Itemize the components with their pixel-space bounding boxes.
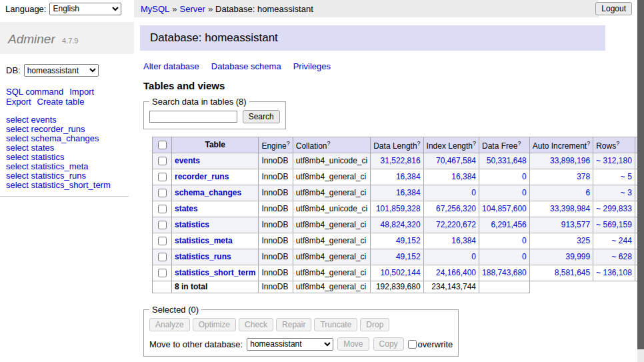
cell-table: events <box>172 153 259 169</box>
cell-index-length: 16,384 <box>423 233 479 249</box>
table-link-statistics[interactable]: statistics <box>175 220 209 229</box>
cell-collation: utf8mb4_general_ci <box>293 233 370 249</box>
logout-button[interactable]: Logout <box>595 2 632 15</box>
table-link-statistics-meta[interactable]: statistics_meta <box>175 236 233 245</box>
breadcrumb-separator: » <box>172 4 177 14</box>
scrollbar[interactable] <box>637 0 644 362</box>
scrollbar-thumb[interactable] <box>637 0 644 349</box>
row-select-cell <box>153 153 172 169</box>
overwrite-checkbox[interactable] <box>408 340 417 349</box>
link-privileges[interactable]: Privileges <box>293 61 331 71</box>
selected-check-button[interactable]: Check <box>239 318 273 331</box>
table-link-statistics-runs[interactable]: statistics_runs <box>175 252 231 261</box>
sidebar-select-states[interactable]: select states <box>6 143 134 152</box>
select-all-checkbox[interactable] <box>158 141 167 149</box>
sidebar-select-schema-changes[interactable]: select schema_changes <box>6 134 134 143</box>
cell-index-length: 0 <box>423 249 479 265</box>
cell-collation: utf8mb4_general_ci <box>293 169 370 185</box>
sidebar-link-create-table[interactable]: Create table <box>37 97 85 107</box>
sidebar-select-recorder-runs[interactable]: select recorder_runs <box>6 125 134 133</box>
row-checkbox-statistics-runs[interactable] <box>158 253 167 261</box>
row-checkbox-statistics-meta[interactable] <box>158 237 167 245</box>
page: Language: English MySQL»Server»Database:… <box>0 0 637 362</box>
link-database-schema[interactable]: Database schema <box>211 61 281 71</box>
cell-table: statistics_runs <box>172 249 259 265</box>
row-checkbox-states[interactable] <box>158 205 167 213</box>
cell-data-free: 0 <box>479 233 530 249</box>
column-header-label: Collation <box>296 141 327 151</box>
column-header-label: Auto Increment <box>533 141 587 151</box>
column-help-data-length[interactable]: ? <box>417 140 421 147</box>
link-alter-database[interactable]: Alter database <box>143 61 199 71</box>
search-input[interactable] <box>149 111 237 123</box>
cell-index-length: 67,256,320 <box>423 201 479 217</box>
column-help-rows[interactable]: ? <box>616 140 619 147</box>
cell-data-free: 104,857,600 <box>479 201 530 217</box>
column-help-index-length[interactable]: ? <box>473 140 476 147</box>
cell-rows: ~ 299,833 <box>593 201 635 217</box>
column-help-collation[interactable]: ? <box>327 140 330 147</box>
main-body: Alter databaseDatabase schemaPrivileges … <box>140 61 605 362</box>
row-checkbox-recorder-runs[interactable] <box>158 173 167 181</box>
cell-rows: ~ 569,159 <box>593 217 635 233</box>
language-select[interactable]: English <box>49 3 121 15</box>
column-header-data-free: Data Free? <box>479 137 530 153</box>
sidebar-select-statistics-short-term[interactable]: select statistics_short_term <box>6 181 134 189</box>
cell-index-length: 70,467,584 <box>423 153 479 169</box>
table-link-recorder-runs[interactable]: recorder_runs <box>175 172 229 181</box>
sidebar-link-import[interactable]: Import <box>69 87 94 97</box>
table-row: statesInnoDButf8mb4_unicode_ci101,859,32… <box>153 201 644 217</box>
table-row: statisticsInnoDButf8mb4_general_ci48,824… <box>153 217 644 233</box>
cell-collation: utf8mb4_general_ci <box>293 185 370 201</box>
tables-heading: Tables and views <box>143 80 605 91</box>
selected-optimize-button[interactable]: Optimize <box>193 318 236 331</box>
cell-table: schema_changes <box>172 185 259 201</box>
table-row: statistics_runsInnoDButf8mb4_general_ci4… <box>153 249 644 265</box>
cell-auto-increment: 39,999 <box>529 249 593 265</box>
column-header-engine: Engine? <box>259 137 293 153</box>
column-help-engine[interactable]: ? <box>287 140 290 147</box>
cell-data-length: 101,859,328 <box>371 201 423 217</box>
search-button[interactable]: Search <box>243 110 280 123</box>
row-checkbox-events[interactable] <box>158 157 167 165</box>
db-selector-row: DB: homeassistant <box>6 64 134 77</box>
sidebar-select-statistics-runs[interactable]: select statistics_runs <box>6 171 134 180</box>
sidebar-link-export[interactable]: Export <box>6 97 31 107</box>
cell-collation: utf8mb4_unicode_ci <box>293 201 370 217</box>
cell-data-free: 50,331,648 <box>479 153 530 169</box>
cell-rows: ~ 312,180 <box>593 153 635 169</box>
move-button[interactable]: Move <box>337 337 369 351</box>
table-link-events[interactable]: events <box>175 156 200 165</box>
app-name[interactable]: Adminer <box>8 32 55 46</box>
selected-drop-button[interactable]: Drop <box>360 318 389 331</box>
table-link-schema-changes[interactable]: schema_changes <box>175 188 241 197</box>
copy-button[interactable]: Copy <box>373 337 404 351</box>
column-help-auto-increment[interactable]: ? <box>587 140 590 147</box>
selected-legend: Selected (0) <box>149 305 201 315</box>
selected-analyze-button[interactable]: Analyze <box>149 318 190 331</box>
overwrite-option: overwrite <box>408 339 453 349</box>
row-checkbox-schema-changes[interactable] <box>158 189 167 197</box>
sidebar-select-events[interactable]: select events <box>6 115 134 124</box>
sidebar-select-statistics-meta[interactable]: select statistics_meta <box>6 162 134 171</box>
sidebar-select-statistics[interactable]: select statistics <box>6 153 134 161</box>
cell-data-free: 0 <box>479 169 530 185</box>
cell-data-length: 16,384 <box>371 185 423 201</box>
cell-data-length: 31,522,816 <box>371 153 423 169</box>
row-checkbox-statistics-short-term[interactable] <box>158 269 167 277</box>
table-link-states[interactable]: states <box>175 204 198 213</box>
sidebar-action-links: SQL commandImportExportCreate table <box>6 87 134 107</box>
selected-repair-button[interactable]: Repair <box>276 318 311 331</box>
move-db-select[interactable]: homeassistant <box>247 338 333 351</box>
column-header-auto-increment: Auto Increment? <box>529 137 593 153</box>
cell-auto-increment: 378 <box>529 169 593 185</box>
cell-table: 8 in total <box>172 281 259 293</box>
column-help-data-free[interactable]: ? <box>517 140 521 147</box>
sidebar-link-sql-command[interactable]: SQL command <box>6 87 63 97</box>
db-select[interactable]: homeassistant <box>24 64 99 77</box>
table-link-statistics-short-term[interactable]: statistics_short_term <box>175 268 255 277</box>
breadcrumb-link-server[interactable]: Server <box>180 4 205 14</box>
selected-truncate-button[interactable]: Truncate <box>314 318 357 331</box>
row-checkbox-statistics[interactable] <box>158 221 167 229</box>
breadcrumb-link-mysql[interactable]: MySQL <box>141 4 169 14</box>
